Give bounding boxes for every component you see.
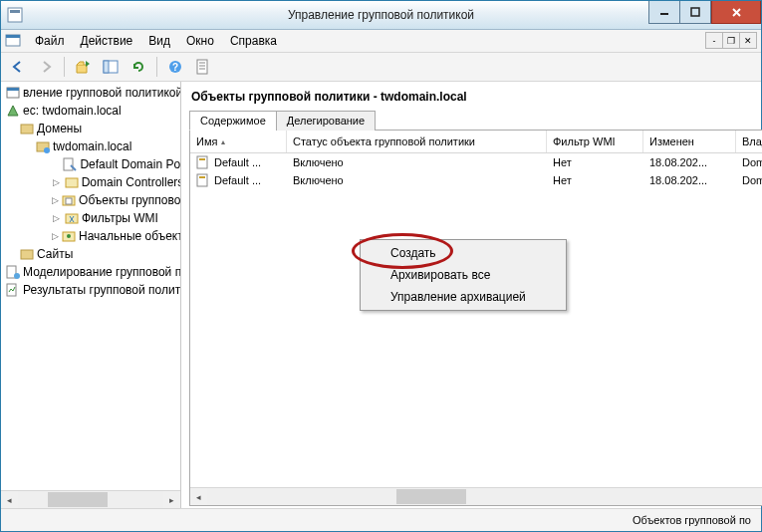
column-header-wmi[interactable]: Фильтр WMI — [547, 131, 643, 152]
cell-text: Default ... — [214, 174, 261, 186]
mdi-close-button[interactable]: ✕ — [739, 32, 757, 49]
context-item-manage-backup[interactable]: Управление архивацией — [363, 286, 564, 308]
gpo-link-icon — [62, 156, 78, 172]
modeling-icon — [5, 264, 21, 280]
back-button[interactable] — [5, 54, 31, 80]
cell-modified: 18.08.202... — [643, 156, 736, 168]
menu-window[interactable]: Окно — [178, 32, 222, 50]
tree-node-domains[interactable]: Домены — [1, 120, 180, 137]
properties-button[interactable] — [190, 54, 216, 80]
column-header-owner[interactable]: Влад — [736, 131, 762, 152]
svg-rect-9 — [104, 61, 109, 73]
cell-status: Включено — [287, 174, 547, 186]
tree-node-wmi-filters[interactable]: ▷ Фильтры WMI — [1, 209, 180, 227]
refresh-button[interactable] — [126, 54, 151, 80]
tab-contents[interactable]: Содержимое — [189, 111, 277, 131]
ou-icon — [64, 174, 80, 190]
tree-node-sites[interactable]: Сайты — [1, 245, 180, 263]
tree-node-default-policy[interactable]: Default Domain Policy — [1, 155, 180, 173]
expander-icon[interactable]: ▷ — [51, 231, 59, 242]
maximize-button[interactable] — [680, 1, 711, 24]
toolbar-separator — [64, 57, 65, 77]
svg-rect-34 — [197, 174, 207, 186]
forward-button[interactable] — [33, 54, 59, 80]
grid-horizontal-scrollbar[interactable]: ◂ ▸ — [190, 487, 762, 505]
close-button[interactable] — [711, 1, 761, 24]
svg-rect-33 — [199, 158, 205, 160]
scroll-left-button[interactable]: ◂ — [190, 488, 207, 505]
tree-node-domain-controllers[interactable]: ▷ Domain Controllers — [1, 173, 180, 191]
scroll-right-button[interactable]: ▸ — [163, 491, 180, 508]
tree-label: twdomain.local — [53, 139, 131, 153]
cell-name: Default ... — [190, 173, 287, 187]
context-item-create[interactable]: Создать — [363, 242, 564, 264]
app-window: Управление групповой политикой Файл Дейс… — [0, 0, 762, 532]
column-header-modified[interactable]: Изменен — [643, 131, 736, 152]
mmc-icon — [5, 33, 21, 49]
details-pane: Объекты групповой политики - twdomain.lo… — [181, 82, 762, 508]
sites-icon — [19, 246, 35, 262]
scroll-track[interactable] — [18, 491, 163, 508]
window-controls — [648, 1, 761, 23]
up-button[interactable] — [70, 54, 96, 80]
mdi-minimize-button[interactable]: ‐ — [705, 32, 723, 49]
grid-header: Имя▴ Статус объекта групповой политики Ф… — [190, 131, 762, 153]
help-button[interactable]: ? — [162, 54, 188, 80]
wmi-icon — [64, 210, 80, 226]
gpmc-icon — [5, 85, 21, 101]
tree-label: Результаты групповой политики — [23, 283, 180, 297]
expander-icon[interactable]: ▷ — [51, 177, 62, 188]
menu-file[interactable]: Файл — [27, 32, 73, 50]
status-bar: Объектов групповой по — [1, 508, 761, 531]
table-row[interactable]: Default ... Включено Нет 18.08.202... Do… — [190, 171, 762, 189]
tree-label: Моделирование групповой поли — [23, 265, 180, 279]
minimize-button[interactable] — [648, 1, 680, 24]
column-header-name[interactable]: Имя▴ — [190, 131, 287, 152]
pane-title: Объекты групповой политики - twdomain.lo… — [189, 88, 762, 110]
tree-node-forest[interactable]: ес: twdomain.local — [1, 102, 180, 120]
tab-delegation[interactable]: Делегирование — [276, 111, 376, 131]
app-icon — [7, 7, 23, 23]
menu-action[interactable]: Действие — [73, 32, 141, 50]
svg-rect-22 — [66, 178, 78, 187]
tree-node-domain[interactable]: twdomain.local — [1, 137, 180, 155]
grid-body[interactable]: Default ... Включено Нет 18.08.202... Do… — [190, 153, 762, 487]
tab-strip: Содержимое Делегирование — [189, 110, 762, 131]
tree-node-modeling[interactable]: Моделирование групповой поли — [1, 263, 180, 281]
tree-horizontal-scrollbar[interactable]: ◂ ▸ — [1, 490, 180, 508]
tree-node-results[interactable]: Результаты групповой политики — [1, 281, 180, 299]
expander-icon[interactable] — [51, 159, 60, 170]
forest-icon — [5, 103, 21, 119]
mdi-restore-button[interactable]: ❐ — [722, 32, 740, 49]
scroll-left-button[interactable]: ◂ — [1, 491, 18, 508]
cell-modified: 18.08.202... — [643, 174, 736, 186]
expander-icon[interactable]: ▷ — [51, 213, 62, 224]
show-hide-tree-button[interactable] — [98, 54, 124, 80]
menu-help[interactable]: Справка — [222, 32, 285, 50]
expander-icon[interactable]: ▷ — [51, 195, 59, 206]
scroll-thumb[interactable] — [48, 492, 108, 507]
svg-rect-12 — [197, 60, 207, 74]
starter-gpo-icon — [61, 228, 77, 244]
tree-pane: вление групповой политикой ес: twdomain.… — [1, 82, 181, 508]
tree-node-root[interactable]: вление групповой политикой — [1, 84, 180, 102]
svg-rect-32 — [197, 156, 207, 168]
svg-text:?: ? — [172, 62, 178, 73]
gpo-folder-icon — [61, 192, 77, 208]
tree-view[interactable]: вление групповой политикой ес: twdomain.… — [1, 82, 180, 490]
svg-rect-7 — [6, 35, 20, 38]
tree-node-starter-gpos[interactable]: ▷ Начальные объекты груп — [1, 227, 180, 245]
sort-asc-icon: ▴ — [221, 137, 225, 146]
table-row[interactable]: Default ... Включено Нет 18.08.202... Do… — [190, 153, 762, 171]
scroll-track[interactable] — [207, 488, 761, 505]
svg-rect-18 — [21, 125, 33, 133]
svg-rect-17 — [7, 88, 19, 91]
column-header-status[interactable]: Статус объекта групповой политики — [287, 131, 547, 152]
tree-node-gpo-container[interactable]: ▷ Объекты групповой поли — [1, 191, 180, 209]
svg-rect-35 — [199, 176, 205, 178]
scroll-thumb[interactable] — [396, 489, 466, 504]
results-icon — [5, 282, 21, 298]
context-item-backup-all[interactable]: Архивировать все — [363, 264, 564, 286]
menu-view[interactable]: Вид — [140, 32, 178, 50]
gpo-icon — [196, 155, 210, 169]
